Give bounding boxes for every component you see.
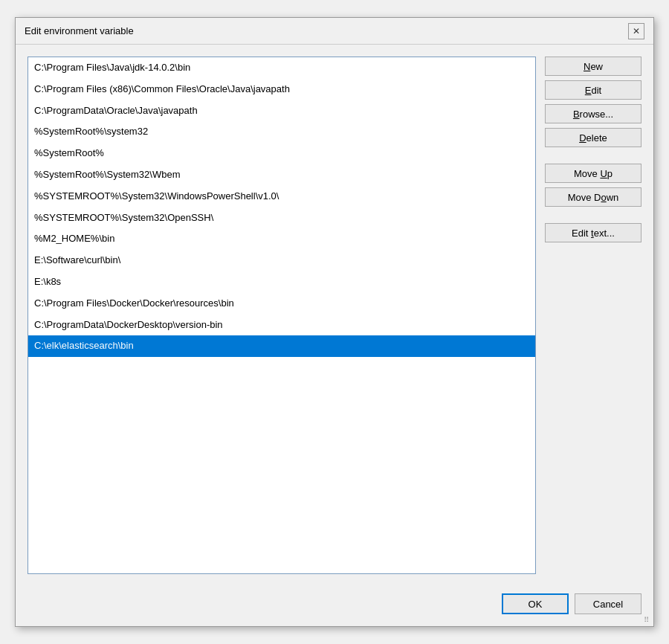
edit-text-button[interactable]: Edit text... [545, 223, 641, 242]
list-item[interactable]: C:\ProgramData\Oracle\Java\javapath [28, 100, 535, 122]
close-button[interactable]: ✕ [628, 23, 644, 39]
list-item[interactable]: C:\Program Files\Docker\Docker\resources… [28, 293, 535, 315]
dialog-title: Edit environment variable [25, 25, 134, 36]
list-item[interactable]: E:\k8s [28, 271, 535, 293]
list-item[interactable]: %SYSTEMROOT%\System32\WindowsPowerShell\… [28, 186, 535, 207]
list-item[interactable]: C:\Program Files\Java\jdk-14.0.2\bin [28, 57, 535, 79]
dialog-content: C:\Program Files\Java\jdk-14.0.2\binC:\P… [16, 45, 653, 586]
buttons-panel: New Edit Browse... Delete Move Up Move D… [545, 57, 641, 574]
list-item[interactable]: E:\Software\curl\bin\ [28, 250, 535, 271]
list-item[interactable]: %SYSTEMROOT%\System32\OpenSSH\ [28, 207, 535, 229]
list-item[interactable]: %SystemRoot% [28, 143, 535, 164]
list-item[interactable]: C:\Program Files (x86)\Common Files\Orac… [28, 79, 535, 100]
spacer-2 [545, 211, 641, 219]
list-item[interactable]: C:\elk\elasticsearch\bin [28, 335, 535, 357]
move-up-button[interactable]: Move Up [545, 164, 641, 183]
new-button[interactable]: New [545, 57, 641, 76]
spacer-1 [545, 152, 641, 159]
cancel-button[interactable]: Cancel [575, 593, 641, 614]
resize-handle[interactable]: ⠿ [644, 616, 653, 625]
browse-button[interactable]: Browse... [545, 104, 641, 123]
ok-button[interactable]: OK [502, 593, 569, 614]
title-bar: Edit environment variable ✕ [16, 18, 653, 45]
environment-variable-list[interactable]: C:\Program Files\Java\jdk-14.0.2\binC:\P… [28, 57, 536, 574]
list-item[interactable]: %SystemRoot%\system32 [28, 121, 535, 143]
edit-button[interactable]: Edit [545, 80, 641, 100]
list-item[interactable]: %SystemRoot%\System32\Wbem [28, 164, 535, 186]
list-item[interactable]: C:\ProgramData\DockerDesktop\version-bin [28, 315, 535, 336]
list-item[interactable]: %M2_HOME%\bin [28, 228, 535, 250]
delete-button[interactable]: Delete [545, 128, 641, 147]
dialog-footer: OK Cancel [16, 586, 653, 626]
move-down-button[interactable]: Move Down [545, 187, 641, 207]
edit-environment-variable-dialog: Edit environment variable ✕ C:\Program F… [15, 17, 654, 627]
